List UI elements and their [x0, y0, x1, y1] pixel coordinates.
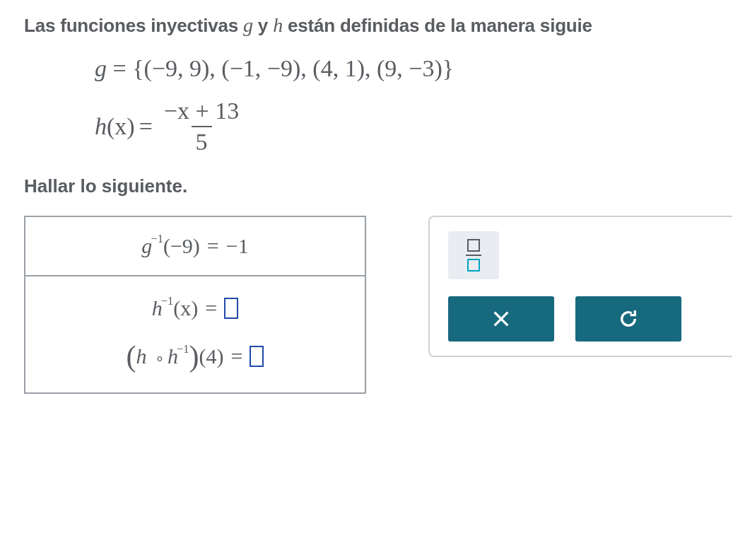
r3-op: ∘: [152, 349, 168, 367]
r3-arg: (4): [199, 344, 224, 368]
g-lhs: g: [95, 55, 107, 81]
answer-table: g−1(−9) = −1 h−1(x) = (h ∘h−1)(4) =: [24, 216, 366, 394]
prompt-text-post: están definidas de la manera siguie: [283, 15, 592, 36]
undo-icon: [617, 308, 640, 330]
h-numerator: −x + 13: [160, 98, 243, 126]
g-set: {(−9, 9), (−1, −9), (4, 1), (9, −3)}: [132, 55, 454, 81]
fraction-tool-button[interactable]: [448, 231, 499, 279]
instruction: Hallar lo siguiente.: [24, 175, 733, 197]
problem-prompt: Las funciones inyectivas g y h están def…: [24, 14, 733, 37]
h-fraction: −x + 13 5: [160, 98, 243, 156]
h-lhs-arg: (x): [107, 113, 135, 139]
h-lhs-var: h: [95, 113, 107, 139]
toolbar-palette: [428, 216, 732, 357]
prompt-text-mid: y: [253, 15, 273, 36]
fraction-icon: [466, 239, 481, 272]
var-h: h: [273, 14, 283, 36]
prompt-text-pre: Las funciones inyectivas: [24, 15, 243, 36]
r1-exp: −1: [151, 232, 163, 245]
r2-input[interactable]: [224, 298, 238, 319]
r1-eq: =: [207, 234, 219, 258]
close-icon: [490, 308, 512, 330]
r3-open: (: [127, 340, 136, 373]
r3-bexp: −1: [177, 342, 189, 356]
answer-row-3: (h ∘h−1)(4) =: [127, 344, 264, 368]
h-definition: h(x) = −x + 13 5: [95, 98, 733, 156]
var-g: g: [243, 14, 253, 36]
answer-row-group: h−1(x) = (h ∘h−1)(4) =: [25, 276, 365, 392]
r2-eq: =: [205, 296, 217, 320]
undo-button[interactable]: [575, 296, 681, 342]
r3-a: h: [136, 344, 147, 368]
r3-input[interactable]: [250, 346, 264, 367]
g-definition: g = {(−9, 9), (−1, −9), (4, 1), (9, −3)}: [95, 55, 733, 82]
r3-eq: =: [231, 344, 243, 368]
equals: =: [139, 113, 153, 140]
r1-value[interactable]: −1: [226, 234, 249, 258]
r1-arg: (−9): [163, 234, 200, 257]
clear-button[interactable]: [448, 296, 554, 342]
r3-close: ): [189, 340, 199, 373]
r2-arg: (x): [173, 296, 198, 320]
r2-exp: −1: [161, 294, 174, 308]
answer-row-1: g−1(−9) = −1: [25, 217, 365, 276]
h-denominator: 5: [192, 126, 212, 156]
answer-row-2: h−1(x) =: [152, 296, 238, 320]
equals: =: [113, 55, 127, 81]
